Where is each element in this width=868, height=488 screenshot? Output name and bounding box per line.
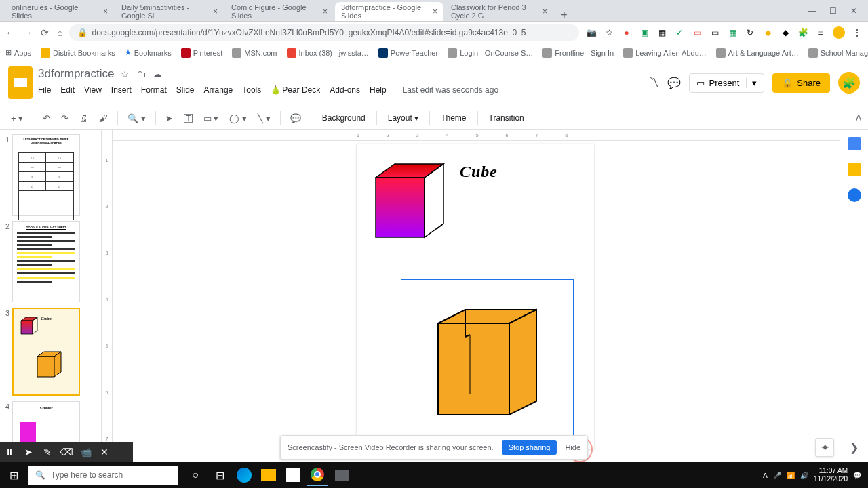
edge-icon[interactable] [233, 464, 255, 486]
pen-tool-button[interactable]: ✎ [38, 442, 57, 462]
close-icon[interactable]: × [323, 7, 328, 16]
menu-insert[interactable]: Insert [111, 85, 132, 95]
background-button[interactable]: Background [317, 110, 371, 125]
extensions-icon[interactable]: 🧩 [797, 27, 808, 38]
bookmark-item[interactable]: Pinterest [181, 48, 222, 58]
selection-box[interactable] [401, 279, 574, 452]
comment-tool[interactable]: 💬 [286, 110, 305, 126]
bookmark-item[interactable]: Art & Language Art… [716, 48, 799, 58]
browser-tab[interactable]: Comic Figure - Google Slides× [225, 2, 334, 21]
mic-icon[interactable]: 🎤 [773, 472, 781, 479]
close-icon[interactable]: × [433, 7, 437, 16]
store-icon[interactable] [282, 464, 304, 486]
wifi-icon[interactable]: 📶 [787, 472, 795, 479]
maximize-icon[interactable]: ☐ [829, 6, 837, 16]
textbox-tool[interactable]: 🅃 [180, 110, 197, 126]
bookmark-item[interactable]: PowerTeacher [378, 48, 438, 58]
menu-slide[interactable]: Slide [176, 85, 195, 95]
close-icon[interactable]: × [213, 7, 218, 16]
home-icon[interactable]: ⌂ [57, 27, 62, 38]
browser-tab[interactable]: Daily 5minactivities - Google Sli× [115, 2, 224, 21]
bookmark-item[interactable]: School Manageme… [808, 48, 868, 58]
notifications-icon[interactable]: 💬 [853, 472, 861, 479]
select-tool[interactable]: ➤ [161, 110, 177, 126]
bookmark-item[interactable]: Frontline - Sign In [542, 48, 614, 58]
menu-help[interactable]: Help [370, 85, 387, 95]
chrome-icon[interactable] [307, 464, 328, 486]
clock[interactable]: 11:07 AM 11/12/2020 [814, 467, 848, 483]
share-button[interactable]: 🔒 Share [772, 73, 830, 93]
ext-icon[interactable]: ≡ [815, 27, 826, 38]
ext-icon[interactable]: 📷 [586, 27, 597, 38]
ext-icon[interactable]: ▭ [692, 27, 703, 38]
menu-view[interactable]: View [84, 85, 102, 95]
ext-icon[interactable]: ↻ [745, 27, 755, 38]
zoom-button[interactable]: 🔍 ▾ [123, 110, 150, 126]
camera-icon[interactable] [331, 464, 353, 486]
explorer-icon[interactable] [258, 464, 279, 486]
theme-button[interactable]: Theme [435, 110, 471, 125]
close-controls-button[interactable]: ✕ [95, 442, 114, 462]
bookmark-item[interactable]: Inbox (38) - jwissta… [287, 48, 369, 58]
menu-peardeck[interactable]: 🍐Pear Deck [271, 85, 320, 95]
ext-icon[interactable]: ▣ [639, 27, 650, 38]
back-icon[interactable]: ← [5, 27, 15, 38]
bookmark-item[interactable]: MSN.com [232, 48, 277, 58]
star-icon[interactable]: ☆ [604, 27, 614, 38]
image-tool[interactable]: ▭ ▾ [199, 110, 223, 126]
url-input[interactable]: 🔒 docs.google.com/presentation/d/1YuzvxO… [69, 24, 579, 41]
filmstrip[interactable]: 1 LETS PRACTICE DRAWING THREEDIMENSIONAL… [0, 130, 102, 462]
eraser-tool-button[interactable]: ⌫ [57, 442, 76, 462]
ext-icon[interactable]: ◆ [780, 27, 791, 38]
document-title[interactable]: 3dformpractice [38, 67, 114, 81]
forward-icon[interactable]: → [23, 27, 33, 38]
minimize-icon[interactable]: — [808, 6, 816, 16]
calendar-icon[interactable] [848, 137, 861, 150]
collapse-toolbar-icon[interactable]: ᐱ [856, 113, 861, 123]
menu-file[interactable]: File [38, 85, 51, 95]
close-icon[interactable]: ✕ [850, 6, 857, 16]
start-button[interactable]: ⊞ [0, 462, 27, 488]
menu-tools[interactable]: Tools [242, 85, 261, 95]
explore-button[interactable]: ✦ [815, 438, 834, 457]
collapse-panel-icon[interactable]: ❯ [846, 438, 861, 457]
close-icon[interactable]: × [542, 7, 547, 16]
last-edit-link[interactable]: Last edit was seconds ago [403, 85, 498, 95]
menu-addons[interactable]: Add-ons [330, 85, 360, 95]
new-tab-button[interactable]: + [555, 9, 574, 21]
reload-icon[interactable]: ⟳ [41, 27, 49, 38]
move-icon[interactable]: 🗀 [136, 68, 146, 79]
tasks-icon[interactable] [848, 188, 861, 202]
slide-thumbnail-1[interactable]: 1 LETS PRACTICE DRAWING THREEDIMENSIONAL… [3, 134, 98, 216]
ext-icon[interactable]: ● [621, 27, 632, 38]
ext-icon[interactable]: ✓ [674, 27, 685, 38]
transition-button[interactable]: Transition [484, 110, 530, 125]
cursor-tool-button[interactable]: ➤ [19, 442, 38, 462]
bookmark-item[interactable]: Login - OnCourse S… [448, 48, 533, 58]
menu-format[interactable]: Format [141, 85, 167, 95]
comment-icon[interactable]: 💬 [667, 77, 681, 89]
apps-button[interactable]: ⊞Apps [5, 48, 31, 57]
canvas-area[interactable]: 1 2 3 4 5 6 7 8 Cube [113, 130, 840, 462]
menu-arrange[interactable]: Arrange [204, 85, 233, 95]
browser-tab-active[interactable]: 3dformpractice - Google Slides× [335, 2, 443, 21]
cortana-icon[interactable]: ○ [184, 464, 206, 486]
slide-thumbnail-2[interactable]: 2 GOOGLE SLIDES FACT SHEET [3, 221, 98, 302]
keep-icon[interactable] [848, 163, 861, 176]
bookmark-item[interactable]: ★Bookmarks [125, 48, 172, 57]
activity-icon[interactable]: 〽 [648, 77, 659, 89]
tray-chevron-icon[interactable]: ᐱ [763, 472, 768, 479]
ext-icon[interactable]: ▭ [709, 27, 720, 38]
profile-icon[interactable] [833, 26, 845, 39]
menu-edit[interactable]: Edit [60, 85, 75, 95]
pause-button[interactable]: ⏸ [0, 442, 19, 462]
bookmark-item[interactable]: Leaving Alien Abdu… [623, 48, 707, 58]
gradient-cube-shape[interactable] [363, 157, 452, 245]
star-icon[interactable]: ☆ [121, 68, 130, 79]
shape-tool[interactable]: ◯ ▾ [225, 110, 251, 126]
slide-title[interactable]: Cube [460, 163, 498, 181]
print-button[interactable]: 🖨 [75, 110, 92, 126]
hide-button[interactable]: Hide [565, 443, 580, 451]
chevron-down-icon[interactable]: ▾ [746, 78, 757, 88]
avatar[interactable]: 🧩 [838, 72, 860, 94]
